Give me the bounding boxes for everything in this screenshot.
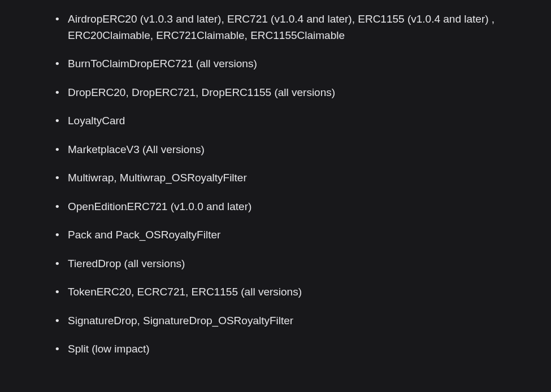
list-item: Multiwrap, Multiwrap_OSRoyaltyFilter — [51, 170, 528, 186]
list-item: SignatureDrop, SignatureDrop_OSRoyaltyFi… — [51, 313, 528, 329]
list-item: BurnToClaimDropERC721 (all versions) — [51, 56, 528, 72]
list-item: MarketplaceV3 (All versions) — [51, 142, 528, 158]
list-item: TokenERC20, ECRC721, ERC1155 (all versio… — [51, 284, 528, 300]
list-item: LoyaltyCard — [51, 113, 528, 129]
list-item: Pack and Pack_OSRoyaltyFilter — [51, 227, 528, 243]
list-item: TieredDrop (all versions) — [51, 256, 528, 272]
contract-list: AirdropERC20 (v1.0.3 and later), ERC721 … — [51, 11, 528, 358]
list-item: AirdropERC20 (v1.0.3 and later), ERC721 … — [51, 11, 528, 43]
list-item: DropERC20, DropERC721, DropERC1155 (all … — [51, 85, 528, 101]
list-item: Split (low impact) — [51, 341, 528, 358]
list-item: OpenEditionERC721 (v1.0.0 and later) — [51, 199, 528, 215]
